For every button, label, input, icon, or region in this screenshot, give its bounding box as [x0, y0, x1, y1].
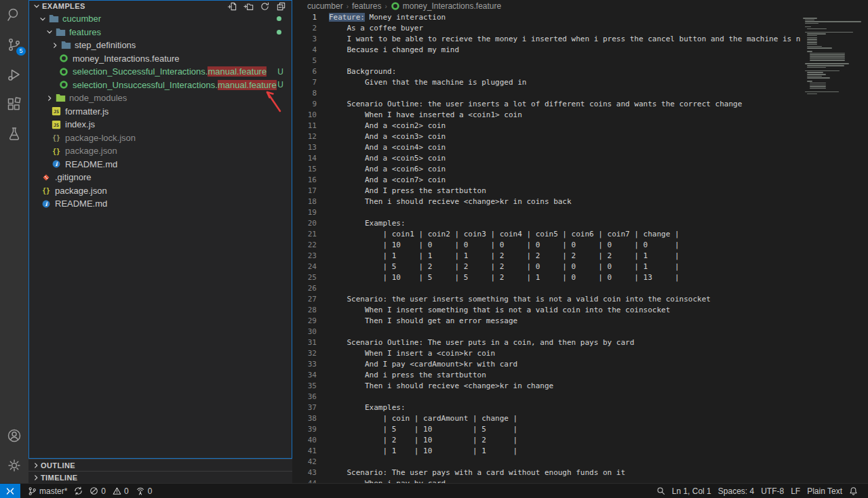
- tree-item[interactable]: .gitignore: [28, 171, 292, 184]
- code-line: | 1 | 10 | 1 |: [317, 446, 517, 457]
- status-remote[interactable]: [0, 484, 20, 498]
- activity-run-debug-icon[interactable]: [0, 60, 28, 89]
- outline-section[interactable]: OUTLINE: [28, 459, 292, 471]
- code-area[interactable]: 1Feature: Money interaction2 As a coffee…: [292, 12, 868, 483]
- code-line: And a <coin5> coin: [317, 153, 446, 164]
- status-encoding[interactable]: UTF-8: [757, 484, 787, 498]
- status-language-mode[interactable]: Plain Text: [804, 484, 846, 498]
- tree-item[interactable]: {}package-lock.json: [28, 131, 292, 145]
- json-icon: {}: [51, 146, 62, 157]
- code-line: And a <coin2> coin: [317, 121, 446, 131]
- tree-item[interactable]: node_modules: [28, 91, 292, 105]
- line-number: 19: [292, 207, 317, 218]
- status-errors[interactable]: 0: [86, 484, 109, 498]
- status-ports[interactable]: 0: [132, 484, 156, 498]
- status-label: 0: [101, 486, 106, 496]
- line-number: 29: [292, 316, 317, 327]
- line-number: 31: [292, 337, 317, 348]
- line-number: 11: [292, 121, 317, 131]
- magnifier-icon: [656, 486, 665, 495]
- line-number: 15: [292, 164, 317, 175]
- status-git-branch[interactable]: master*: [24, 484, 71, 498]
- status-notifications[interactable]: [846, 484, 861, 498]
- status-eol[interactable]: LF: [787, 484, 804, 498]
- tree-item-label: package.json: [65, 146, 117, 156]
- breadcrumb-item[interactable]: cucumber: [307, 1, 343, 11]
- code-line: [317, 56, 329, 66]
- new-folder-icon[interactable]: [243, 1, 254, 12]
- breadcrumb-item[interactable]: money_Interactions.feature: [391, 1, 501, 11]
- code-line: And a <coin6> coin: [317, 164, 446, 175]
- status-label: UTF-8: [761, 486, 784, 496]
- word-highlight: Feature:: [329, 13, 365, 22]
- line-number: 24: [292, 262, 317, 272]
- new-file-icon[interactable]: [227, 1, 237, 12]
- git-modified-dot: [277, 30, 281, 35]
- tree-item[interactable]: step_definitions: [28, 39, 292, 52]
- status-warnings[interactable]: 0: [109, 484, 132, 498]
- line-number: 3: [292, 34, 317, 45]
- tree-item[interactable]: {}package.json: [28, 184, 292, 198]
- activity-search-icon[interactable]: [0, 0, 28, 30]
- tree-item[interactable]: iREADME.md: [28, 197, 292, 211]
- js-icon: JS: [51, 106, 62, 117]
- activity-settings-icon[interactable]: [0, 451, 28, 480]
- code-line: | coin1 | coin2 | coin3 | coin4 | coin5 …: [317, 229, 679, 240]
- outline-label: OUTLINE: [41, 461, 75, 470]
- activity-accounts-icon[interactable]: [0, 421, 28, 451]
- breadcrumbs[interactable]: cucumber›features›money_Interactions.fea…: [292, 0, 868, 12]
- tree-item[interactable]: iREADME.md: [28, 158, 292, 171]
- status-sync[interactable]: [71, 484, 86, 498]
- json-icon: {}: [41, 185, 52, 196]
- line-number: 36: [292, 392, 317, 402]
- cucumber-icon: [58, 79, 69, 90]
- status-zoom[interactable]: [653, 484, 669, 498]
- line-number: 28: [292, 305, 317, 316]
- scm-badge: 5: [16, 47, 26, 56]
- status-indentation[interactable]: Spaces: 4: [715, 484, 757, 498]
- line-number: 16: [292, 175, 317, 186]
- line-number: 37: [292, 402, 317, 413]
- tree-item[interactable]: features: [28, 26, 292, 39]
- collapse-all-icon[interactable]: [276, 1, 286, 12]
- line-number: 10: [292, 110, 317, 121]
- code-line: And a <coin3> coin: [317, 131, 446, 142]
- refresh-icon[interactable]: [260, 1, 270, 12]
- code-line: And a <coin4> coin: [317, 142, 446, 153]
- workbench: 5 EXAMPLES cucumberfeaturesstep_definiti…: [0, 0, 868, 483]
- status-bar: master*000 Ln 1, Col 1Spaces: 4UTF-8LFPl…: [0, 483, 868, 498]
- code-lines: 1Feature: Money interaction2 As a coffee…: [292, 12, 868, 483]
- code-line: Examples:: [317, 218, 406, 229]
- breadcrumb-label: cucumber: [307, 1, 343, 11]
- breadcrumb-item[interactable]: features: [352, 1, 381, 11]
- folder-icon: [60, 40, 71, 51]
- activity-extensions-icon[interactable]: [0, 89, 28, 119]
- status-cursor-position[interactable]: Ln 1, Col 1: [669, 484, 715, 498]
- line-number: 21: [292, 229, 317, 240]
- tree-item[interactable]: money_Interactions.feature: [28, 52, 292, 66]
- tree-item-label: cucumber: [62, 14, 101, 24]
- warning-icon: [113, 486, 121, 495]
- tree-item[interactable]: JSformatter.js: [28, 105, 292, 119]
- tree-item[interactable]: selection_Unsuccessful_Interactions.manu…: [28, 79, 292, 92]
- code-line: And i press the startbutton: [317, 370, 486, 381]
- tree-item[interactable]: {}package.json: [28, 144, 292, 158]
- tree-item[interactable]: cucumber: [28, 12, 292, 26]
- code-line: | 5 | 10 | 5 |: [317, 424, 517, 435]
- explorer-section-header[interactable]: EXAMPLES: [28, 0, 292, 12]
- activity-testing-icon[interactable]: [0, 119, 28, 149]
- tree-item[interactable]: selection_Successful_Interactions.manual…: [28, 65, 292, 79]
- line-number: 34: [292, 370, 317, 381]
- code-line: Background:: [317, 66, 396, 77]
- bell-icon: [849, 486, 858, 495]
- line-number: 35: [292, 381, 317, 392]
- tree-item[interactable]: JSindex.js: [28, 118, 292, 131]
- line-number: 14: [292, 153, 317, 164]
- tree-item-label: package-lock.json: [65, 133, 136, 143]
- code-line: Scenario Outline: the user inserts a lot…: [317, 99, 742, 110]
- code-line: Scenario: The user pays with a card with…: [317, 468, 625, 478]
- status-label: Plain Text: [807, 486, 842, 496]
- timeline-section[interactable]: TIMELINE: [28, 471, 292, 483]
- activity-source-control-icon[interactable]: 5: [0, 30, 28, 60]
- minimap[interactable]: [800, 12, 868, 483]
